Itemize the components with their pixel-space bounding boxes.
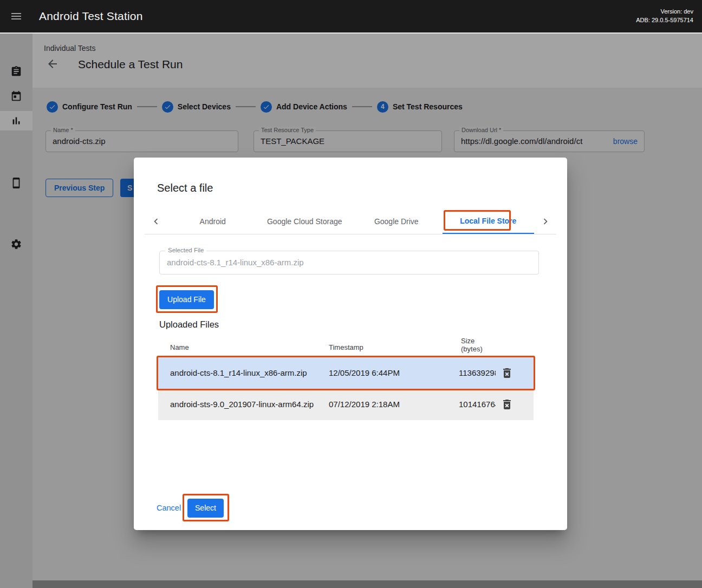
size-cell: 113639298 xyxy=(459,357,496,389)
column-header-size: Size (bytes) xyxy=(461,337,483,353)
select-button[interactable]: Select xyxy=(187,499,224,518)
column-header-size-line2: (bytes) xyxy=(461,345,483,353)
chevron-left-icon xyxy=(150,215,162,227)
app-screen: Android Test Station Version: dev ADB: 2… xyxy=(0,0,702,588)
column-header-timestamp: Timestamp xyxy=(329,343,363,351)
adb-version-line: ADB: 29.0.5-5975714 xyxy=(636,16,693,24)
timestamp-cell: 07/12/2019 2:18AM xyxy=(329,389,400,420)
tabs-scroll-left-button[interactable] xyxy=(145,208,167,234)
column-header-name: Name xyxy=(170,343,189,351)
tab-local-file-store[interactable]: Local File Store xyxy=(443,208,535,234)
table-row-cts[interactable]: android-cts-8.1_r14-linux_x86-arm.zip 12… xyxy=(158,357,534,389)
timestamp-cell: 12/05/2019 6:44PM xyxy=(329,357,400,389)
version-line: Version: dev xyxy=(636,7,693,16)
chevron-right-icon xyxy=(540,215,551,227)
tab-google-cloud-storage[interactable]: Google Cloud Storage xyxy=(259,208,351,234)
uploaded-files-heading: Uploaded Files xyxy=(159,319,219,330)
select-file-dialog: Select a file Android Google Cloud Stora… xyxy=(134,158,567,530)
topbar-divider xyxy=(0,32,702,34)
delete-file-button[interactable] xyxy=(500,398,514,411)
menu-icon[interactable] xyxy=(10,10,23,23)
selected-file-value: android-cts-8.1_r14-linux_x86-arm.zip xyxy=(167,251,304,274)
tabs-scroll-right-button[interactable] xyxy=(534,208,556,234)
tab-android[interactable]: Android xyxy=(167,208,259,234)
table-row-sts[interactable]: android-sts-9.0_201907-linux-arm64.zip 0… xyxy=(158,389,534,420)
upload-file-button[interactable]: Upload File xyxy=(159,290,214,309)
version-info: Version: dev ADB: 29.0.5-5975714 xyxy=(636,7,693,24)
table-header-row: Name Timestamp Size (bytes) xyxy=(158,335,534,357)
tab-google-drive[interactable]: Google Drive xyxy=(350,208,443,234)
column-header-size-line1: Size xyxy=(461,337,474,345)
cancel-button[interactable]: Cancel xyxy=(157,504,181,512)
delete-forever-icon xyxy=(500,367,514,380)
uploaded-files-table: Name Timestamp Size (bytes) android-cts-… xyxy=(158,335,534,420)
app-title: Android Test Station xyxy=(39,0,143,32)
file-name-cell: android-cts-8.1_r14-linux_x86-arm.zip xyxy=(170,357,307,389)
selected-file-field[interactable]: Selected File android-cts-8.1_r14-linux_… xyxy=(159,251,539,275)
dialog-title: Select a file xyxy=(157,182,213,194)
delete-file-button[interactable] xyxy=(500,367,514,380)
size-cell: 101416764 xyxy=(459,389,496,420)
topbar: Android Test Station Version: dev ADB: 2… xyxy=(0,0,702,32)
file-name-cell: android-sts-9.0_201907-linux-arm64.zip xyxy=(170,389,314,420)
delete-forever-icon xyxy=(500,398,514,411)
file-source-tabs: Android Google Cloud Storage Google Driv… xyxy=(145,208,556,234)
